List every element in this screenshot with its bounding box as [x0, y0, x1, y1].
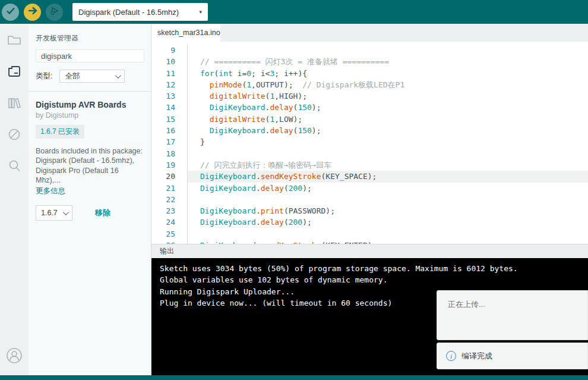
folder-icon [7, 32, 22, 50]
editor-lines: 910// ========== 闪灯3次 = 准备就绪 ==========1… [151, 45, 588, 244]
code-line[interactable]: 23DigiKeyboard.print(PASSWORD); [151, 205, 588, 216]
code-line[interactable]: 19// 闪完立刻执行：唤醒→输密码→回车 [151, 159, 588, 171]
line-number: 20 [151, 171, 175, 182]
line-number: 22 [151, 194, 175, 205]
notification-uploading[interactable]: 正在上传... [437, 290, 588, 340]
line-number: 13 [151, 90, 175, 102]
board-selector-dropdown[interactable]: Digispark (Default - 16.5mhz) ▾ [72, 3, 208, 21]
code-text: digitalWrite(1,HIGH); [187, 90, 588, 102]
line-number: 11 [151, 68, 175, 79]
type-select-value: 全部 [65, 71, 80, 81]
line-number: 25 [151, 228, 175, 240]
notification-compile-done[interactable]: i 编译完成 [437, 343, 588, 369]
output-title: 输出 [160, 246, 174, 256]
type-label: 类型: [36, 71, 52, 81]
code-text [187, 194, 588, 205]
console-line: Global variables use 102 bytes of dynami… [160, 274, 588, 285]
line-number: 21 [151, 183, 175, 194]
code-line[interactable]: 14 DigiKeyboard.delay(150); [151, 102, 588, 113]
code-line[interactable]: 9 [151, 45, 588, 56]
code-line[interactable]: 26DigiKeyboard.sendKeyStroke(KEY_ENTER); [151, 240, 588, 244]
code-text: } [187, 136, 588, 147]
type-select[interactable]: 全部 [59, 70, 125, 83]
line-number: 15 [151, 114, 175, 125]
activity-bar [0, 24, 29, 375]
sidebar-item-debug[interactable] [5, 127, 23, 145]
top-toolbar: Digispark (Default - 16.5mhz) ▾ [0, 0, 588, 24]
check-icon [5, 5, 16, 18]
version-select[interactable]: 1.6.7 [36, 205, 72, 221]
line-number: 19 [151, 159, 175, 171]
line-number: 14 [151, 102, 175, 113]
code-text: DigiKeyboard.delay(150); [187, 102, 588, 113]
code-line[interactable]: 11for(int i=0; i<3; i++){ [151, 68, 588, 79]
line-number: 9 [151, 45, 175, 56]
more-info-link[interactable]: 更多信息 [36, 186, 65, 196]
boards-search-input[interactable] [36, 49, 144, 62]
code-line[interactable]: 22 [151, 194, 588, 205]
code-line[interactable]: 20DigiKeyboard.sendKeyStroke(KEY_SPACE); [151, 171, 588, 182]
code-text [187, 45, 588, 56]
code-line[interactable]: 12 pinMode(1,OUTPUT); // Digispark板载LED在… [151, 79, 588, 90]
code-text [187, 148, 588, 159]
info-icon: i [446, 351, 456, 361]
debug-button[interactable] [46, 4, 63, 21]
chevron-down-icon [115, 73, 121, 78]
line-number: 24 [151, 216, 175, 228]
search-icon [7, 158, 22, 176]
code-text: DigiKeyboard.delay(200); [187, 216, 588, 228]
code-text: DigiKeyboard.delay(200); [187, 183, 588, 194]
debug-icon [49, 5, 60, 18]
upload-button[interactable] [24, 4, 41, 21]
chip-icon [7, 64, 22, 81]
sidebar-item-boards-manager[interactable] [5, 64, 23, 81]
sidebar-item-sketchbook[interactable] [5, 32, 23, 50]
board-entry-author: by Digistump [36, 111, 144, 120]
remove-button[interactable]: 移除 [95, 208, 110, 218]
books-icon [7, 95, 22, 113]
code-text [187, 228, 588, 240]
notification-compile-text: 编译完成 [461, 351, 492, 362]
code-line[interactable]: 16 DigiKeyboard.delay(150); [151, 125, 588, 136]
line-number: 12 [151, 79, 175, 90]
verify-button[interactable] [2, 4, 19, 21]
line-number: 17 [151, 136, 175, 147]
code-editor[interactable]: 910// ========== 闪灯3次 = 准备就绪 ==========1… [151, 42, 588, 244]
status-bar [0, 375, 588, 380]
code-text: // 闪完立刻执行：唤醒→输密码→回车 [187, 159, 588, 171]
panel-title: 开发板管理器 [36, 33, 144, 43]
code-text: for(int i=0; i<3; i++){ [187, 68, 588, 79]
output-panel-header[interactable]: 输出 [151, 244, 588, 258]
code-line[interactable]: 24DigiKeyboard.delay(200); [151, 216, 588, 228]
right-arrow-icon [27, 5, 38, 18]
code-line[interactable]: 21DigiKeyboard.delay(200); [151, 183, 588, 194]
ban-icon [7, 127, 22, 145]
chevron-down-icon [63, 209, 69, 215]
line-number: 16 [151, 125, 175, 136]
board-entry-description: Boards included in this package:Digispar… [36, 146, 144, 185]
account-button[interactable] [5, 348, 23, 366]
console-line: Sketch uses 3034 bytes (50%) of program … [160, 263, 588, 274]
code-line[interactable]: 15 digitalWrite(1,LOW); [151, 114, 588, 125]
code-line[interactable]: 13 digitalWrite(1,HIGH); [151, 90, 588, 102]
chevron-down-icon: ▾ [199, 9, 202, 15]
code-line[interactable]: 25 [151, 228, 588, 240]
line-number: 26 [151, 240, 175, 244]
code-line[interactable]: 18 [151, 148, 588, 159]
line-number: 23 [151, 205, 175, 216]
sidebar-item-library-manager[interactable] [5, 95, 23, 113]
sidebar-item-search[interactable] [5, 158, 23, 176]
code-text: pinMode(1,OUTPUT); // Digispark板载LED在P1 [187, 79, 588, 90]
line-number: 10 [151, 56, 175, 67]
person-icon [6, 347, 23, 366]
tab-sketch[interactable]: sketch_mar31a.ino [151, 24, 220, 42]
code-text: DigiKeyboard.sendKeyStroke(KEY_SPACE); [187, 171, 588, 182]
code-line[interactable]: 10// ========== 闪灯3次 = 准备就绪 ========== [151, 56, 588, 67]
code-text: digitalWrite(1,LOW); [187, 114, 588, 125]
board-entry-name: Digistump AVR Boards [36, 100, 144, 109]
installed-badge: 1.6.7 已安装 [36, 125, 84, 139]
code-line[interactable]: 17} [151, 136, 588, 147]
code-text: DigiKeyboard.sendKeyStroke(KEY_ENTER); [187, 240, 588, 244]
boards-manager-panel: 开发板管理器 类型: 全部 Digistump AVR Boards by Di… [29, 24, 151, 375]
code-text: DigiKeyboard.delay(150); [187, 125, 588, 136]
